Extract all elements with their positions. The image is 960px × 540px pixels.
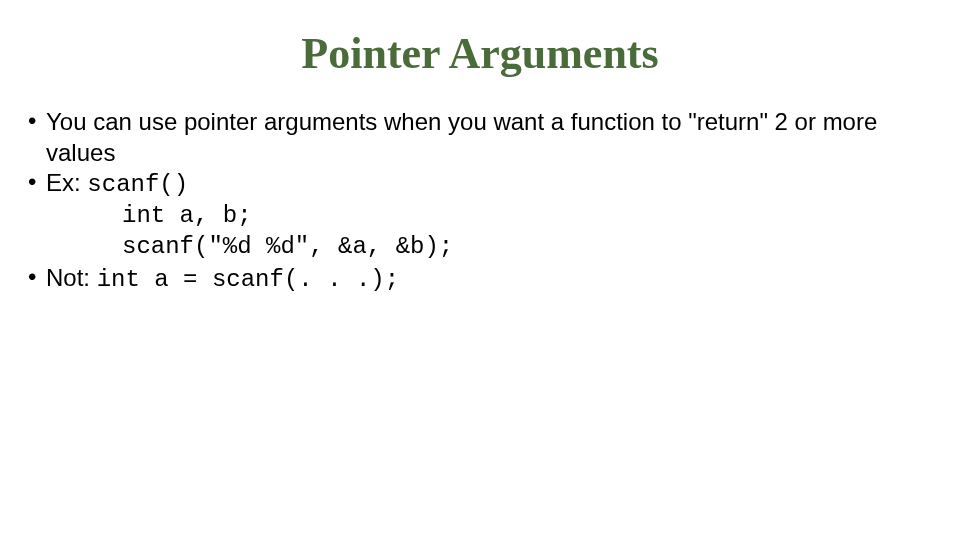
bullet-icon: • [28, 262, 46, 293]
bullet-text-2: Ex: scanf() [46, 168, 932, 201]
bullet-2-code: scanf() [87, 171, 188, 198]
bullet-2-prefix: Ex: [46, 169, 87, 196]
slide-content: • You can use pointer arguments when you… [0, 107, 960, 295]
bullet-item-3: • Not: int a = scanf(. . .); [28, 263, 932, 296]
bullet-item-2: • Ex: scanf() [28, 168, 932, 201]
bullet-3-code: int a = scanf(. . .); [97, 266, 399, 293]
bullet-3-prefix: Not: [46, 264, 97, 291]
code-line-1: int a, b; [28, 201, 932, 232]
code-line-2: scanf("%d %d", &a, &b); [28, 232, 932, 263]
bullet-item-1: • You can use pointer arguments when you… [28, 107, 932, 168]
bullet-icon: • [28, 106, 46, 137]
bullet-text-3: Not: int a = scanf(. . .); [46, 263, 932, 296]
bullet-text-1: You can use pointer arguments when you w… [46, 107, 932, 168]
bullet-icon: • [28, 167, 46, 198]
slide: Pointer Arguments • You can use pointer … [0, 28, 960, 540]
slide-title: Pointer Arguments [0, 28, 960, 79]
